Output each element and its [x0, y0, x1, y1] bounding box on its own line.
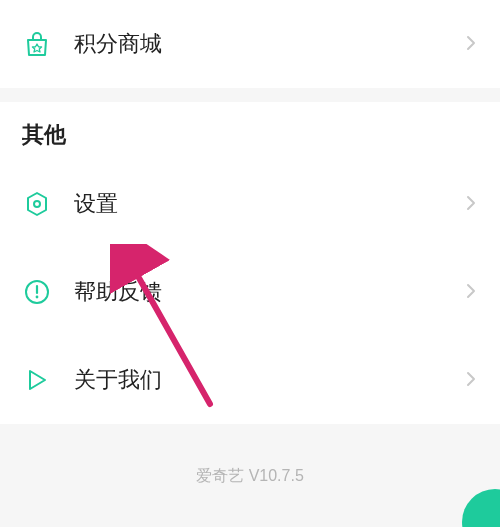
- fab-button[interactable]: [462, 489, 500, 527]
- chevron-right-icon: [466, 195, 478, 213]
- about-us-label: 关于我们: [74, 365, 466, 395]
- chevron-right-icon: [466, 371, 478, 389]
- about-us-item[interactable]: 关于我们: [0, 336, 500, 424]
- top-section: 积分商城: [0, 0, 500, 88]
- svg-point-3: [36, 296, 39, 299]
- about-us-icon: [22, 365, 52, 395]
- settings-item[interactable]: 设置: [0, 160, 500, 248]
- settings-label: 设置: [74, 189, 466, 219]
- svg-point-0: [34, 201, 40, 207]
- other-section-header: 其他: [0, 102, 500, 160]
- chevron-right-icon: [466, 35, 478, 53]
- section-divider: [0, 88, 500, 102]
- chevron-right-icon: [466, 283, 478, 301]
- settings-icon: [22, 189, 52, 219]
- help-feedback-icon: [22, 277, 52, 307]
- points-mall-icon: [22, 29, 52, 59]
- help-feedback-item[interactable]: 帮助反馈: [0, 248, 500, 336]
- other-section: 其他 设置 帮助反馈: [0, 102, 500, 424]
- help-feedback-label: 帮助反馈: [74, 277, 466, 307]
- points-mall-label: 积分商城: [74, 29, 466, 59]
- points-mall-item[interactable]: 积分商城: [0, 0, 500, 88]
- version-text: 爱奇艺 V10.7.5: [0, 424, 500, 487]
